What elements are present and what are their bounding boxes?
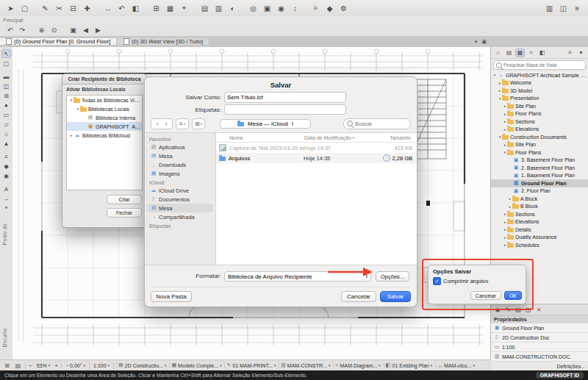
navigator-menu-button[interactable]: ≡ — [565, 49, 575, 57]
navigator-collapse-button[interactable]: ▾ — [576, 49, 586, 57]
nav-item-quality-assurance[interactable]: ▸ Quality Assurance — [491, 234, 588, 242]
sidebar-documentos[interactable]: Documentos — [147, 195, 213, 204]
nav-item-ground-floor-plan[interactable]: Ground Floor Plan — [491, 179, 588, 187]
project-chooser-button[interactable]: ⌂ — [493, 49, 503, 57]
options-ok-button[interactable]: OK — [504, 291, 522, 300]
wall-tool-button[interactable]: ▬ — [1, 72, 11, 81]
pane-toggle-button[interactable]: ⊞ — [2, 361, 12, 370]
pencil-tool-button[interactable]: ✎ — [39, 2, 51, 15]
nav-item-construction-documents[interactable]: ▾ Construction Documents — [491, 133, 588, 141]
dimension-tool-button[interactable]: ↔ — [1, 194, 11, 203]
tree-item-internal-library[interactable]: Biblioteca Interna — [67, 113, 142, 122]
zoom-out-button[interactable]: − — [28, 362, 33, 369]
settings-link[interactable]: Definições... — [556, 364, 585, 369]
favorites-button[interactable]: ◆ — [323, 2, 336, 15]
split-tool-button[interactable]: ⊟ — [67, 2, 79, 15]
prop-view-name[interactable]: Ground Floor Plan — [491, 323, 588, 333]
nav-item-cd-floor-plans[interactable]: ▾ Floor Plans — [491, 148, 588, 157]
structure-display-select[interactable]: ⌗ MAM-Diagram... ▾ — [333, 362, 381, 368]
nav-item-welcome[interactable]: ▸ Welcome — [491, 79, 588, 87]
tracker-button[interactable]: ▤ — [13, 361, 23, 370]
nav-item-basement-3[interactable]: 3. Basement Floor Plan — [491, 157, 588, 165]
tab-list-button[interactable]: ▾ — [475, 39, 478, 45]
zoom-in-button[interactable]: + — [54, 362, 59, 369]
search-input[interactable] — [355, 121, 407, 127]
list-view-button[interactable]: ≡▾ — [178, 121, 187, 127]
nav-item-presentation-sections[interactable]: ▸ Sections — [491, 118, 588, 126]
section-view-button[interactable]: ↕ — [289, 2, 301, 15]
window-layout-button[interactable]: ◫ — [557, 2, 570, 15]
prop-scale[interactable]: 1:100 — [491, 343, 588, 352]
mesh-tool-button[interactable]: ▲ — [1, 139, 11, 148]
section-tool-button[interactable]: ⌖ — [1, 204, 11, 212]
grid-snap-button[interactable]: ▦ — [164, 2, 176, 15]
publisher-button[interactable]: ◧ — [537, 49, 547, 57]
tree-item-local-libraries[interactable]: ▾ Bibliotecas Locais — [67, 104, 142, 113]
tree-item-sample-library[interactable]: GRAPHISOFT_Archicad_Sample_P... — [67, 122, 142, 131]
layout-button[interactable]: ⌗ — [309, 2, 322, 15]
previous-view-button[interactable]: ◀ — [80, 25, 91, 35]
marquee-tool-button[interactable]: ▢ — [1, 59, 11, 68]
graphic-override-select[interactable]: ▥ MAM-CONSTR... ▾ — [279, 362, 331, 368]
settings-button[interactable]: ⚙ — [337, 2, 350, 15]
column-modified[interactable]: Data de Modificação ▾ — [304, 135, 362, 140]
options-button[interactable]: Opções... — [376, 271, 409, 282]
tree-item-bimcloud-libraries[interactable]: ▸ Bibliotecas BIMcloud — [67, 131, 142, 140]
group-by-button[interactable]: ⊞▾ — [194, 121, 203, 127]
beam-tool-button[interactable]: ▭ — [1, 110, 11, 119]
sidebar-icloud-drive[interactable]: iCloud Drive — [147, 186, 213, 195]
window-tool-button[interactable]: ⊞ — [1, 91, 11, 100]
edit-properties-button[interactable]: ✎ — [503, 306, 512, 314]
roof-tool-button[interactable]: ⌂ — [1, 129, 11, 138]
nav-item-presentation-site-plan[interactable]: ▸ Site Plan — [491, 102, 588, 110]
tab-ground-floor-plan[interactable]: (0) Ground Floor Plan [0. Ground Floor] — [0, 38, 116, 45]
compress-checkbox[interactable]: ✓ — [433, 277, 441, 285]
tab-actions-button[interactable]: ▣ — [481, 39, 487, 45]
nav-item-presentation-floor-plans[interactable]: ▸ Floor Plans — [491, 110, 588, 118]
layout-book-button[interactable]: ⌗ — [526, 49, 536, 57]
options-cancel-button[interactable]: Cancelar — [470, 291, 501, 300]
lamp-tool-button[interactable]: ◉ — [1, 171, 11, 180]
sidebar-aplicativos[interactable]: Aplicativos — [147, 143, 213, 151]
zoom-percent-select[interactable]: 53% ▾ — [35, 363, 52, 368]
sidebar-mesa[interactable]: Mesa — [147, 151, 213, 160]
sidebar-imagens[interactable]: Imagens — [147, 169, 213, 178]
create-button[interactable]: Criar — [107, 195, 142, 204]
navigator-search-input[interactable] — [503, 62, 583, 68]
nav-item-presentation-elevations[interactable]: ▸ Elevations — [491, 126, 588, 134]
guide-lines-button[interactable]: ⌖ — [178, 2, 190, 15]
stair-tool-button[interactable]: ≡ — [1, 152, 11, 161]
nav-item-floor-2[interactable]: 2. Floor Plan — [491, 187, 588, 196]
sidebar-downloads[interactable]: Downloads — [147, 160, 213, 169]
object-tool-button[interactable]: ◆ — [1, 162, 11, 171]
select-tool-button[interactable]: ➤ — [4, 2, 17, 15]
nav-item-basement-1[interactable]: 1. Basement Floor Plan — [491, 172, 588, 180]
arrow-tool-button[interactable]: ↖ — [1, 49, 11, 58]
nav-item-details[interactable]: ▸ Details — [491, 226, 588, 234]
file-row-arquivos[interactable]: Arquivos Hoje 14:35 ↑2,28 GB — [216, 153, 417, 163]
render-button[interactable]: ◉ — [275, 2, 287, 15]
adjust-tool-button[interactable]: ✚ — [81, 2, 93, 15]
scale-select[interactable]: 1:100 ▾ — [92, 363, 111, 368]
nav-item-b-block[interactable]: ▸ B Block — [491, 203, 588, 211]
project-map-button[interactable]: ▤ — [504, 49, 514, 57]
layer-combination-select[interactable]: ▤ 2D Constructio... ▾ — [116, 362, 168, 368]
pen-set-select[interactable]: ✎ 01 MAM-PRINT... ▾ — [224, 362, 277, 368]
nav-item-schedules[interactable]: ▸ Schedules — [491, 241, 588, 249]
nav-item-cd-site-plan[interactable]: ▸ Site Plan — [491, 141, 588, 149]
text-tool-button[interactable]: A — [1, 184, 11, 193]
column-size[interactable]: Tamanho — [390, 135, 414, 140]
remove-button[interactable]: ✕ — [534, 306, 543, 314]
layers-button[interactable]: ▤ — [198, 2, 211, 15]
next-view-button[interactable]: ▶ — [93, 25, 104, 35]
forward-button[interactable]: › — [162, 121, 171, 127]
nav-item-cd-elevations[interactable]: ▸ Elevations — [491, 218, 588, 226]
back-button[interactable]: ‹ — [153, 121, 162, 127]
organizer-button[interactable]: ▥ — [543, 2, 556, 15]
view-map-button[interactable]: ▦ — [515, 49, 525, 57]
sidebar-mesa-icloud[interactable]: Mesa — [147, 204, 213, 212]
prop-doc-type[interactable]: 2D Construction Doc — [491, 333, 588, 343]
graphisoft-id-button[interactable]: GRAPHISOFT ID — [536, 372, 584, 379]
prop-layer-combination[interactable]: MAM-CONSTRUCTION DOC. — [491, 352, 588, 362]
nav-item-basement-2[interactable]: 2. Basement Floor Plan — [491, 164, 588, 172]
